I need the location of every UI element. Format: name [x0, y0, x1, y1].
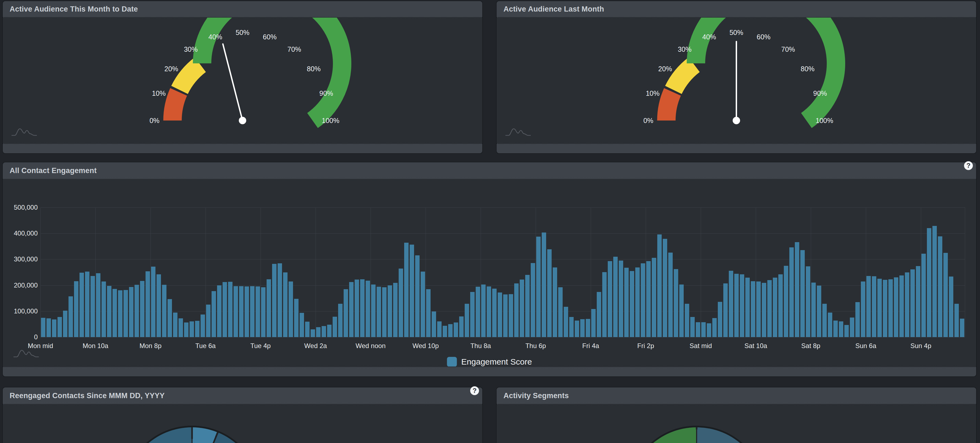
gauge-tick-label: 60% [263, 33, 277, 41]
engagement-bar-hour-90 [536, 237, 541, 337]
engagement-bar-hour-147 [850, 317, 854, 337]
engagement-bar-hour-83 [498, 293, 502, 337]
engagement-bar-hour-39 [256, 287, 260, 337]
bar-series-engagement-score [40, 207, 965, 337]
vendor-logo-icon [11, 127, 37, 137]
y-axis-label: 0 [2, 333, 38, 341]
engagement-bar-hour-115 [674, 269, 678, 337]
engagement-bar-hour-88 [525, 275, 530, 337]
engagement-bar-hour-151 [872, 276, 876, 337]
help-icon[interactable]: ? [964, 161, 973, 170]
engagement-bar-hour-6 [74, 281, 78, 337]
help-icon[interactable]: ? [470, 386, 479, 395]
vendor-logo-icon [13, 348, 39, 358]
engagement-bar-hour-166 [955, 304, 959, 337]
panel-header: Active Audience Last Month [496, 1, 976, 18]
x-axis-label: Wed noon [356, 342, 386, 350]
x-axis-label: Fri 4a [582, 342, 599, 350]
gauge-needle [223, 44, 242, 121]
engagement-bar-hour-5 [68, 296, 73, 337]
gauge-chart: 0%10%20%30%40%50%60%70%80%90%100% [496, 18, 976, 145]
engagement-bar-hour-73 [443, 326, 447, 337]
engagement-bar-hour-91 [542, 233, 546, 337]
engagement-bar-hour-40 [261, 287, 266, 337]
gauge-tick-label: 70% [781, 45, 795, 53]
engagement-bar-hour-113 [663, 239, 667, 337]
legend: Engagement Score [447, 357, 532, 367]
engagement-bar-hour-7 [80, 272, 84, 337]
engagement-bar-hour-124 [723, 284, 728, 337]
panel-reengaged-contacts: Reengaged Contacts Since MMM DD, YYYY ? [3, 387, 482, 443]
engagement-bar-hour-121 [707, 323, 711, 337]
engagement-bar-hour-78 [470, 292, 475, 337]
engagement-bar-hour-112 [657, 234, 662, 337]
engagement-bar-hour-63 [388, 285, 392, 337]
engagement-bar-hour-154 [888, 279, 893, 337]
engagement-bar-hour-149 [861, 282, 865, 337]
panel-active-audience-last-month: Active Audience Last Month 0%10%20%30%40… [496, 1, 976, 153]
engagement-bar-hour-50 [316, 327, 321, 337]
gauge-chart-area: 0%10%20%30%40%50%60%70%80%90%100% [496, 18, 976, 145]
engagement-bar-hour-117 [685, 304, 689, 337]
engagement-bar-hour-108 [635, 268, 640, 337]
engagement-bar-hour-161 [927, 228, 931, 337]
engagement-bar-hour-21 [156, 274, 161, 337]
engagement-bar-hour-27 [189, 321, 194, 337]
bar-chart-area: 0100,000200,000300,000400,000500,000Mon … [3, 179, 976, 367]
panel-title: Active Audience This Month to Date [10, 1, 138, 17]
engagement-bar-hour-167 [960, 319, 964, 337]
engagement-bar-hour-85 [509, 294, 513, 337]
engagement-bar-hour-139 [806, 266, 810, 337]
engagement-bar-hour-64 [393, 283, 398, 337]
engagement-bar-hour-31 [212, 291, 216, 337]
engagement-bar-hour-45 [289, 282, 293, 337]
engagement-bar-hour-44 [283, 272, 288, 337]
vendor-logo-icon [505, 127, 531, 137]
engagement-bar-hour-132 [767, 280, 772, 337]
gauge-tick-label: 0% [150, 117, 159, 124]
engagement-bar-hour-164 [943, 253, 948, 337]
engagement-bar-hour-142 [822, 304, 827, 337]
panel-activity-segments: Activity Segments [496, 387, 976, 443]
engagement-bar-hour-145 [839, 321, 843, 337]
engagement-bar-hour-109 [641, 263, 645, 337]
engagement-bar-hour-69 [421, 272, 425, 337]
engagement-bar-hour-57 [355, 280, 359, 337]
engagement-bar-hour-76 [459, 316, 464, 337]
engagement-bar-hour-146 [844, 325, 849, 337]
engagement-bar-hour-54 [338, 304, 342, 337]
engagement-bar-hour-93 [553, 268, 557, 337]
engagement-bar-hour-62 [382, 287, 387, 337]
engagement-bar-hour-65 [399, 269, 403, 337]
engagement-bar-hour-59 [366, 280, 370, 337]
x-axis-label: Wed 10p [412, 342, 439, 350]
x-axis-label: Sat 8p [801, 342, 820, 350]
panel-footer [3, 367, 976, 376]
engagement-bar-hour-28 [195, 321, 199, 337]
engagement-bar-hour-20 [151, 267, 156, 337]
engagement-bar-hour-125 [729, 271, 733, 337]
x-axis-label: Tue 6a [195, 342, 216, 350]
engagement-bar-hour-141 [817, 285, 821, 337]
engagement-bar-hour-165 [949, 277, 953, 337]
engagement-bar-hour-101 [597, 292, 601, 337]
engagement-bar-hour-68 [415, 255, 420, 337]
gauge-segment-low [667, 92, 672, 121]
engagement-bar-hour-152 [877, 279, 882, 337]
engagement-bar-hour-25 [178, 318, 183, 337]
engagement-bar-hour-8 [85, 272, 89, 337]
engagement-bar-hour-13 [113, 289, 117, 337]
x-axis-label: Mon 8p [140, 342, 162, 350]
gauge-segment-medium [180, 65, 200, 90]
gauge-tick-label: 10% [646, 89, 659, 97]
engagement-bar-hour-104 [613, 257, 618, 337]
engagement-bar-hour-26 [184, 322, 188, 337]
engagement-bar-hour-126 [734, 274, 739, 337]
panel-header: Activity Segments [496, 387, 976, 405]
panel-title: Reengaged Contacts Since MMM DD, YYYY [10, 387, 165, 404]
engagement-bar-hour-66 [404, 243, 409, 337]
x-axis-label: Sun 6a [855, 342, 876, 350]
engagement-bar-hour-17 [135, 285, 139, 337]
engagement-bar-hour-34 [228, 282, 232, 337]
engagement-bar-hour-77 [465, 304, 469, 337]
